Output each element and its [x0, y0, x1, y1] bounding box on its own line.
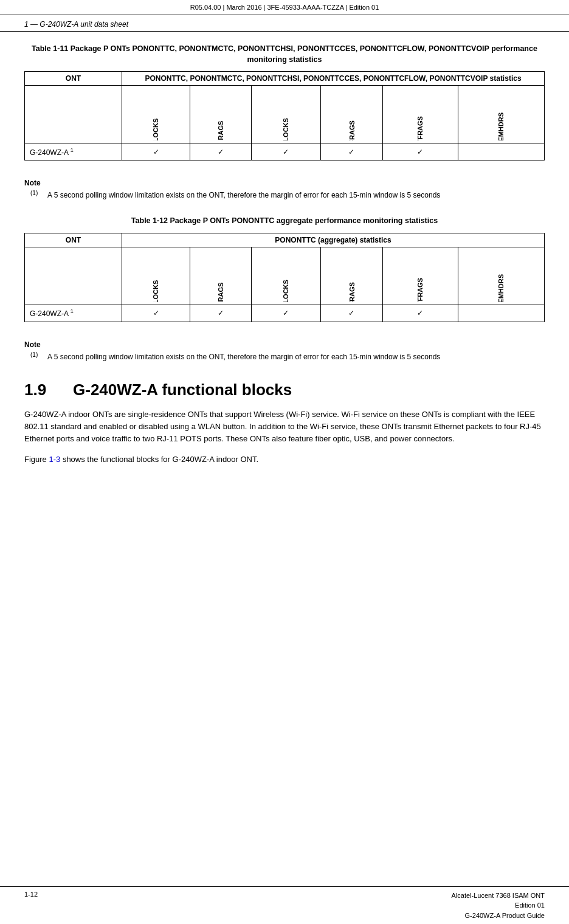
table1-rotated-header-row: TXBLOCKS TXFRAGS RXBLOCKS: [25, 86, 545, 143]
table2-col-txfrags: TXFRAGS: [190, 247, 251, 305]
table1: ONT PONONTTC, PONONTMCTC, PONONTTCHSI, P…: [24, 71, 545, 160]
table1-wrapper: Table 1-11 Package P ONTs PONONTTC, PONO…: [24, 44, 545, 160]
note2-section: Note (1) A 5 second polling window limit…: [24, 340, 545, 362]
table2-empty-sub-header: [25, 247, 122, 305]
table1-row-1: G-240WZ-A 1 ✓ ✓ ✓ ✓ ✓: [25, 143, 545, 160]
section-header-text: 1 — G-240WZ-A unit data sheet: [24, 20, 128, 29]
table2-col-txblocks: TXBLOCKS: [122, 247, 190, 305]
table1-col-badgemhdrs: BADGEMHDRS: [458, 86, 544, 143]
table1-row1-rxfrags: ✓: [320, 143, 382, 160]
table2-wrapper: Table 1-12 Package P ONTs PONONTTC aggre…: [24, 216, 545, 322]
table2: ONT PONONTTC (aggregate) statistics TXBL…: [24, 233, 545, 322]
section-header: 1 — G-240WZ-A unit data sheet: [0, 15, 569, 32]
note1-number: (1): [30, 190, 43, 196]
table1-col-txfrags: TXFRAGS: [190, 86, 251, 143]
table1-row1-lostfrags: ✓: [383, 143, 458, 160]
table2-col-rxblocks: RXBLOCKS: [251, 247, 320, 305]
page-header: R05.04.00 | March 2016 | 3FE-45933-AAAA-…: [0, 0, 569, 15]
table1-col2-header: PONONTTC, PONONTMCTC, PONONTTCHSI, PONON…: [122, 72, 545, 86]
note1-item1: (1) A 5 second polling window limitation…: [24, 190, 545, 201]
table1-row1-badgemhdrs: [458, 143, 544, 160]
section-19-heading: 1.9 G-240WZ-A functional blocks: [24, 381, 545, 399]
table1-col-lostfrags: LOSTFRAGS: [383, 86, 458, 143]
table2-row1-txblocks: ✓: [122, 305, 190, 322]
note2-number: (1): [30, 351, 43, 358]
note1-text: A 5 second polling window limitation exi…: [47, 190, 440, 201]
page-footer: 1-12 Alcatel-Lucent 7368 ISAM ONT Editio…: [0, 886, 569, 925]
table1-col1-header: ONT: [25, 72, 122, 86]
table2-col2-header: PONONTTC (aggregate) statistics: [122, 233, 545, 247]
table2-row1-rxblocks: ✓: [251, 305, 320, 322]
table2-row1-badgemhdrs: [458, 305, 544, 322]
table2-row-1: G-240WZ-A 1 ✓ ✓ ✓ ✓ ✓: [25, 305, 545, 322]
note1-section: Note (1) A 5 second polling window limit…: [24, 179, 545, 201]
main-content: Table 1-11 Package P ONTs PONONTTC, PONO…: [0, 44, 569, 466]
table1-row1-txfrags: ✓: [190, 143, 251, 160]
table1-header-row: ONT PONONTTC, PONONTMCTC, PONONTTCHSI, P…: [25, 72, 545, 86]
table2-rotated-header-row: TXBLOCKS TXFRAGS RXBLOCKS: [25, 247, 545, 305]
header-text: R05.04.00 | March 2016 | 3FE-45933-AAAA-…: [190, 4, 379, 11]
section-19-paragraph1: G-240WZ-A indoor ONTs are single-residen…: [24, 409, 545, 445]
table1-title: Table 1-11 Package P ONTs PONONTTC, PONO…: [24, 44, 545, 65]
table2-row1-ont: G-240WZ-A 1: [25, 305, 122, 322]
footer-right: Alcatel-Lucent 7368 ISAM ONT Edition 01 …: [452, 891, 545, 921]
note1-title: Note: [24, 179, 545, 187]
paragraph2-prefix: Figure: [24, 455, 49, 464]
table2-title: Table 1-12 Package P ONTs PONONTTC aggre…: [24, 216, 545, 227]
table2-col-lostfrags: LOSTFRAGS: [383, 247, 458, 305]
table2-row1-lostfrags: ✓: [383, 305, 458, 322]
section-19-title: G-240WZ-A functional blocks: [73, 381, 292, 399]
table2-row1-rxfrags: ✓: [320, 305, 382, 322]
table1-col-rxblocks: RXBLOCKS: [251, 86, 320, 143]
figure-link[interactable]: 1-3: [49, 455, 60, 464]
paragraph2-suffix: shows the functional blocks for G-240WZ-…: [60, 455, 258, 464]
table2-col-badgemhdrs: BADGEMHDRS: [458, 247, 544, 305]
footer-line2: Edition 01: [452, 900, 545, 911]
section-19-number: 1.9: [24, 381, 55, 399]
footer-page-number: 1-12: [24, 891, 38, 921]
note2-title: Note: [24, 340, 545, 349]
table1-row1-ont: G-240WZ-A 1: [25, 143, 122, 160]
table2-col1-header: ONT: [25, 233, 122, 247]
footer-line3: G-240WZ-A Product Guide: [452, 911, 545, 921]
table1-row1-txblocks: ✓: [122, 143, 190, 160]
table2-header-row: ONT PONONTTC (aggregate) statistics: [25, 233, 545, 247]
table1-col-txblocks: TXBLOCKS: [122, 86, 190, 143]
footer-line1: Alcatel-Lucent 7368 ISAM ONT: [452, 891, 545, 901]
table1-col-rxfrags: RXFRAGS: [320, 86, 382, 143]
table2-row1-txfrags: ✓: [190, 305, 251, 322]
table1-empty-sub-header: [25, 86, 122, 143]
section-19-paragraph2: Figure 1-3 shows the functional blocks f…: [24, 453, 545, 466]
note2-text: A 5 second polling window limitation exi…: [47, 351, 440, 362]
table2-col-rxfrags: RXFRAGS: [320, 247, 382, 305]
table1-row1-rxblocks: ✓: [251, 143, 320, 160]
note2-item1: (1) A 5 second polling window limitation…: [24, 351, 545, 362]
